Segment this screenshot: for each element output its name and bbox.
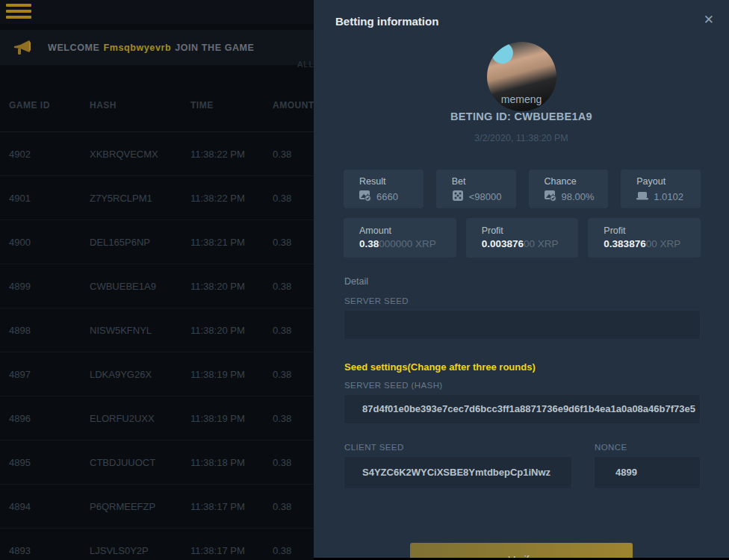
username: memeng bbox=[314, 93, 729, 105]
amount-card-profit: Profit0.00387600 XRP bbox=[466, 218, 579, 258]
hash-cell: P6QRMEEFZP bbox=[90, 501, 190, 512]
time-cell: 11:38:20 PM bbox=[190, 325, 273, 336]
stat-label: Result bbox=[359, 176, 424, 187]
column-header-game-id: GAME ID bbox=[9, 100, 90, 111]
hash-cell: ELORFU2UXX bbox=[90, 413, 190, 424]
game-id-cell: 4899 bbox=[9, 281, 90, 292]
table-row[interactable]: 4900DEL165P6NP11:38:21 PM0.38 bbox=[0, 220, 317, 264]
amount-cell: 0.38 bbox=[273, 501, 317, 512]
amount-cell: 0.38 bbox=[273, 325, 317, 336]
table-row[interactable]: 4901Z7Y5RCLPM111:38:22 PM0.38 bbox=[0, 176, 317, 220]
hash-cell: CWBUEBE1A9 bbox=[90, 281, 190, 292]
column-header-hash: HASH bbox=[90, 100, 190, 111]
client-seed-field[interactable]: S4YZC6K2WYCiXSBE8YmtdbepCp1iNwz bbox=[344, 456, 572, 489]
bet-stats-row: Result6660Bet<98000Chance98.00%Payout1.0… bbox=[344, 169, 701, 208]
detail-section-label: Detail bbox=[344, 276, 368, 287]
table-row[interactable]: 4902XKBRQVECMX11:38:22 PM0.38 bbox=[0, 132, 317, 176]
nonce-label: NONCE bbox=[595, 443, 627, 452]
game-id-cell: 4893 bbox=[9, 545, 90, 556]
game-id-cell: 4897 bbox=[9, 369, 90, 380]
column-header-time: TIME bbox=[190, 100, 273, 111]
amount-cell: 0.38 bbox=[273, 237, 317, 248]
stat-card-bet: Bet<98000 bbox=[436, 169, 516, 208]
client-seed-label: CLIENT SEED bbox=[344, 443, 404, 452]
game-id-cell: 4900 bbox=[9, 237, 90, 248]
table-row[interactable]: 4895CTBDJUUOCT11:38:18 PM0.38 bbox=[0, 441, 317, 485]
bet-amounts-row: Amount0.38000000 XRPProfit0.00387600 XRP… bbox=[344, 218, 701, 258]
hash-cell: Z7Y5RCLPM1 bbox=[90, 193, 190, 204]
hash-cell: DEL165P6NP bbox=[90, 237, 190, 248]
hash-cell: LDKA9YG26X bbox=[90, 369, 190, 380]
dice-icon bbox=[452, 190, 464, 204]
amount-cell: 0.38 bbox=[273, 149, 317, 160]
server-seed-label: SERVER SEED bbox=[344, 296, 409, 305]
amount-cell: 0.38 bbox=[273, 413, 317, 424]
column-header-amount: AMOUNT bbox=[273, 100, 317, 111]
game-id-cell: 4895 bbox=[9, 457, 90, 468]
table-row[interactable]: 4894P6QRMEEFZP11:38:17 PM0.38 bbox=[0, 485, 317, 529]
stat-label: Payout bbox=[636, 176, 701, 187]
server-seed-field[interactable] bbox=[344, 310, 701, 340]
amount-value: 0.38000000 XRP bbox=[359, 238, 456, 249]
hash-cell: NISW5KFNYL bbox=[90, 325, 190, 336]
stat-card-payout: Payout1.0102 bbox=[621, 169, 701, 208]
amount-label: Profit bbox=[482, 225, 579, 236]
table-row[interactable]: 4896ELORFU2UXX11:38:19 PM0.38 bbox=[0, 396, 317, 441]
result-icon bbox=[359, 190, 371, 204]
stat-value: <98000 bbox=[469, 191, 502, 202]
game-id-cell: 4898 bbox=[9, 325, 90, 336]
time-cell: 11:38:22 PM bbox=[190, 193, 273, 204]
amount-cell: 0.38 bbox=[273, 193, 317, 204]
table-body: 4902XKBRQVECMX11:38:22 PM0.384901Z7Y5RCL… bbox=[0, 132, 317, 560]
chance-icon bbox=[545, 190, 556, 204]
stat-card-chance: Chance98.00% bbox=[529, 169, 609, 208]
megaphone-icon bbox=[13, 40, 31, 56]
table-row[interactable]: 4899CWBUEBE1A911:38:20 PM0.38 bbox=[0, 264, 317, 308]
hash-cell: LJSVLS0Y2P bbox=[90, 545, 190, 556]
nonce-field[interactable]: 4899 bbox=[594, 456, 701, 489]
stat-value: 98.00% bbox=[562, 191, 595, 202]
time-cell: 11:38:22 PM bbox=[190, 149, 273, 160]
modal-title: Betting information bbox=[335, 15, 438, 28]
table-row[interactable]: 4897LDKA9YG26X11:38:19 PM0.38 bbox=[0, 352, 317, 396]
amount-cell: 0.38 bbox=[273, 457, 317, 468]
seed-settings-heading: Seed settings(Change after three rounds) bbox=[344, 361, 536, 373]
table-header-row: GAME IDHASHTIMEAMOUNT bbox=[0, 78, 317, 132]
hamburger-menu-icon[interactable] bbox=[6, 4, 31, 20]
hash-cell: CTBDJUUOCT bbox=[90, 457, 190, 468]
stat-card-result: Result6660 bbox=[344, 169, 424, 208]
welcome-message: WELCOMEFmsqbwyevrbJOIN THE GAME bbox=[48, 43, 255, 53]
amount-card-profit: Profit0.38387600 XRP bbox=[588, 218, 701, 258]
server-seed-hash-label: SERVER SEED (HASH) bbox=[344, 381, 443, 390]
welcome-username: Fmsqbwyevrb bbox=[103, 43, 171, 53]
amount-card-amount: Amount0.38000000 XRP bbox=[344, 218, 456, 258]
server-seed-hash-field[interactable]: 87d4f01e0be393e7cec7d6bcc3ff1a8871736e9d… bbox=[344, 394, 701, 424]
game-id-cell: 4894 bbox=[9, 501, 90, 512]
game-id-cell: 4902 bbox=[9, 149, 90, 160]
amount-value: 0.00387600 XRP bbox=[482, 238, 579, 249]
time-cell: 11:38:17 PM bbox=[190, 545, 273, 556]
amount-label: Profit bbox=[604, 225, 701, 236]
game-id-cell: 4896 bbox=[9, 413, 90, 424]
close-icon[interactable]: ✕ bbox=[704, 13, 714, 26]
betting-information-modal: Betting information ✕ memeng BETING ID: … bbox=[314, 0, 729, 560]
betting-id: BETING ID: CWBUEBE1A9 bbox=[314, 111, 729, 122]
amount-cell: 0.38 bbox=[273, 369, 317, 380]
table-row[interactable]: 4898NISW5KFNYL11:38:20 PM0.38 bbox=[0, 308, 317, 352]
payout-icon bbox=[636, 190, 648, 204]
stat-label: Bet bbox=[452, 176, 516, 187]
time-cell: 11:38:19 PM bbox=[190, 369, 273, 380]
table-row[interactable]: 4893LJSVLS0Y2P11:38:17 PM0.38 bbox=[0, 529, 317, 560]
amount-label: Amount bbox=[359, 225, 456, 236]
amount-value: 0.38387600 XRP bbox=[604, 238, 701, 249]
amount-cell: 0.38 bbox=[273, 281, 317, 292]
bet-timestamp: 3/2/2020, 11:38:20 PM bbox=[314, 133, 729, 143]
game-history-table: GAME IDHASHTIMEAMOUNT 4902XKBRQVECMX11:3… bbox=[0, 78, 317, 560]
time-cell: 11:38:20 PM bbox=[190, 281, 273, 292]
stat-value: 6660 bbox=[376, 191, 398, 202]
hash-cell: XKBRQVECMX bbox=[90, 149, 190, 160]
amount-cell: 0.38 bbox=[273, 545, 317, 556]
game-id-cell: 4901 bbox=[9, 193, 90, 204]
stat-value: 1.0102 bbox=[654, 191, 683, 202]
time-cell: 11:38:19 PM bbox=[190, 413, 273, 424]
